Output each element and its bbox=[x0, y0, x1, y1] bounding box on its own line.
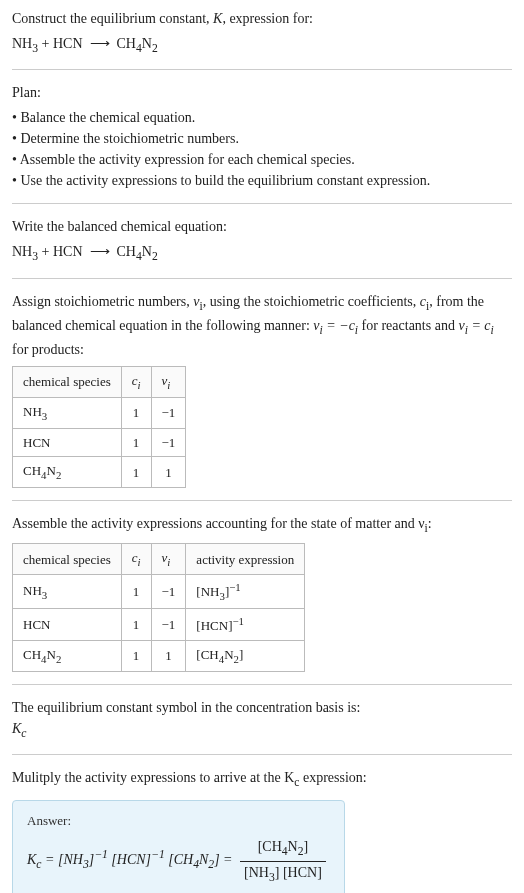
cell-activity: [CH4N2] bbox=[186, 641, 305, 672]
prompt-text: Construct the equilibrium constant, bbox=[12, 11, 213, 26]
cell-c: 1 bbox=[121, 457, 151, 488]
plan-item: Use the activity expressions to build th… bbox=[12, 170, 512, 191]
activity-intro: Assemble the activity expressions accoun… bbox=[12, 513, 512, 537]
table-row: CH4N2 1 1 bbox=[13, 457, 186, 488]
cell-nu: −1 bbox=[151, 398, 186, 429]
stoich-section: Assign stoichiometric numbers, νi, using… bbox=[12, 291, 512, 489]
answer-lhs: Kc = [NH3]−1 [HCN]−1 [CH4N2] = bbox=[27, 852, 236, 867]
answer-expression: Kc = [NH3]−1 [HCN]−1 [CH4N2] = [CH4N2][N… bbox=[27, 836, 330, 886]
stoich-text: , using the stoichiometric coefficients, bbox=[203, 294, 420, 309]
divider bbox=[12, 203, 512, 204]
table-header-row: chemical species ci νi activity expressi… bbox=[13, 544, 305, 575]
plan-title: Plan: bbox=[12, 82, 512, 103]
table-header-row: chemical species ci νi bbox=[13, 367, 186, 398]
prompt-var: K bbox=[213, 11, 222, 26]
balanced-intro: Write the balanced chemical equation: bbox=[12, 216, 512, 237]
kc-symbol: Kc bbox=[12, 718, 512, 742]
divider bbox=[12, 278, 512, 279]
cell-nu: −1 bbox=[151, 428, 186, 457]
stoich-text: Assign stoichiometric numbers, bbox=[12, 294, 193, 309]
col-nui: νi bbox=[151, 367, 186, 398]
table-row: NH3 1 −1 [NH3]−1 bbox=[13, 575, 305, 609]
col-activity: activity expression bbox=[186, 544, 305, 575]
divider bbox=[12, 500, 512, 501]
col-species: chemical species bbox=[13, 544, 122, 575]
balanced-section: Write the balanced chemical equation: NH… bbox=[12, 216, 512, 265]
stoich-text: for products: bbox=[12, 342, 84, 357]
cell-c: 1 bbox=[121, 641, 151, 672]
cell-species: NH3 bbox=[13, 398, 122, 429]
cell-species: CH4N2 bbox=[13, 457, 122, 488]
prompt-tail: , expression for: bbox=[222, 11, 313, 26]
activity-section: Assemble the activity expressions accoun… bbox=[12, 513, 512, 672]
fraction-numerator: [CH4N2] bbox=[240, 836, 326, 861]
cell-c: 1 bbox=[121, 428, 151, 457]
kc-symbol-section: The equilibrium constant symbol in the c… bbox=[12, 697, 512, 742]
col-ci: ci bbox=[121, 544, 151, 575]
cell-species: HCN bbox=[13, 609, 122, 641]
balanced-equation: NH3 + HCN ⟶ CH4N2 bbox=[12, 241, 512, 265]
stoich-text: for reactants and bbox=[358, 318, 458, 333]
col-species: chemical species bbox=[13, 367, 122, 398]
answer-box: Answer: Kc = [NH3]−1 [HCN]−1 [CH4N2] = [… bbox=[12, 800, 345, 893]
plan-item: Balance the chemical equation. bbox=[12, 107, 512, 128]
plan-section: Plan: Balance the chemical equation. Det… bbox=[12, 82, 512, 191]
cell-species: NH3 bbox=[13, 575, 122, 609]
fraction-denominator: [NH3] [HCN] bbox=[240, 862, 326, 886]
col-nui: νi bbox=[151, 544, 186, 575]
answer-label: Answer: bbox=[27, 811, 330, 831]
table-row: HCN 1 −1 [HCN]−1 bbox=[13, 609, 305, 641]
multiply-section: Mulitply the activity expressions to arr… bbox=[12, 767, 512, 893]
eq2: νi = ci bbox=[458, 318, 493, 333]
cell-c: 1 bbox=[121, 609, 151, 641]
cell-c: 1 bbox=[121, 398, 151, 429]
cell-activity: [NH3]−1 bbox=[186, 575, 305, 609]
plan-item: Determine the stoichiometric numbers. bbox=[12, 128, 512, 149]
cell-c: 1 bbox=[121, 575, 151, 609]
table-row: NH3 1 −1 bbox=[13, 398, 186, 429]
multiply-intro: Mulitply the activity expressions to arr… bbox=[12, 767, 512, 791]
cell-nu: −1 bbox=[151, 609, 186, 641]
answer-fraction: [CH4N2][NH3] [HCN] bbox=[240, 836, 326, 886]
header-equation: NH3 + HCN ⟶ CH4N2 bbox=[12, 33, 512, 57]
cell-nu: −1 bbox=[151, 575, 186, 609]
stoich-table: chemical species ci νi NH3 1 −1 HCN 1 −1… bbox=[12, 366, 186, 488]
plan-item: Assemble the activity expression for eac… bbox=[12, 149, 512, 170]
divider bbox=[12, 754, 512, 755]
kc-intro: The equilibrium constant symbol in the c… bbox=[12, 697, 512, 718]
cell-species: HCN bbox=[13, 428, 122, 457]
stoich-intro: Assign stoichiometric numbers, νi, using… bbox=[12, 291, 512, 361]
cell-species: CH4N2 bbox=[13, 641, 122, 672]
table-row: CH4N2 1 1 [CH4N2] bbox=[13, 641, 305, 672]
divider bbox=[12, 69, 512, 70]
table-row: HCN 1 −1 bbox=[13, 428, 186, 457]
eq1: νi = −ci bbox=[313, 318, 358, 333]
cell-nu: 1 bbox=[151, 457, 186, 488]
header-section: Construct the equilibrium constant, K, e… bbox=[12, 8, 512, 57]
cell-nu: 1 bbox=[151, 641, 186, 672]
divider bbox=[12, 684, 512, 685]
plan-list: Balance the chemical equation. Determine… bbox=[12, 107, 512, 191]
col-ci: ci bbox=[121, 367, 151, 398]
activity-table: chemical species ci νi activity expressi… bbox=[12, 543, 305, 672]
cell-activity: [HCN]−1 bbox=[186, 609, 305, 641]
